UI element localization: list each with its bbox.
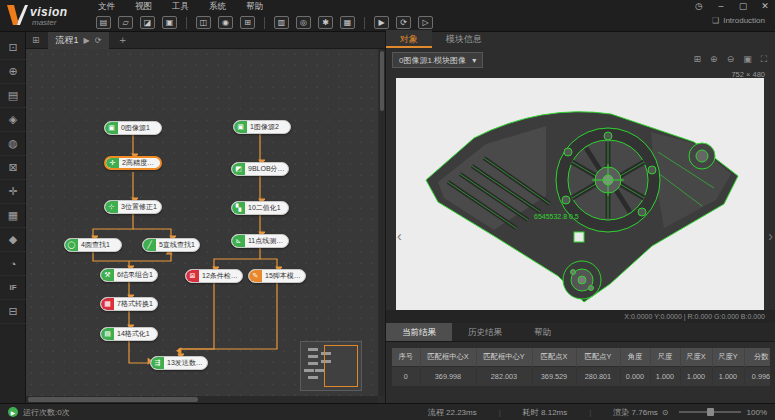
flow-node-n14[interactable]: ▤14格式化1: [100, 327, 158, 341]
flow-node-n6[interactable]: ⚒6结果组合1: [100, 268, 158, 282]
flow-node-n0[interactable]: ▣0图像源1: [104, 121, 162, 135]
metric-流程: 流程 22.23ms: [428, 408, 477, 417]
zoom-in-icon[interactable]: ⊕: [710, 54, 718, 65]
minimap-viewport[interactable]: [324, 345, 358, 387]
image-save-icon[interactable]: ▣: [162, 16, 177, 29]
deep-learning-icon[interactable]: ◍: [0, 132, 26, 156]
introduction-link[interactable]: ❏ Introduction: [712, 16, 765, 25]
node-label: 7格式转换1: [114, 299, 156, 309]
fullscreen-icon[interactable]: ⛶: [761, 54, 767, 65]
flow-node-n1[interactable]: ▣1图像源2: [233, 120, 291, 134]
color-processing-icon[interactable]: ◆: [0, 228, 26, 252]
node-label: 1图像源2: [247, 122, 282, 132]
viewer-tab[interactable]: 对象: [386, 30, 432, 48]
image-toolbar: ⊞⊕⊖▣⛶: [694, 54, 767, 65]
defect-detection-icon[interactable]: ◔: [0, 252, 26, 276]
zoom-out-icon[interactable]: ⊖: [727, 54, 735, 65]
flow-canvas[interactable]: ▣0图像源1✛2高精度匹配1⊹3位置修正1◯4圆查找1╱5直线查找1⚒6结果组合…: [26, 49, 378, 396]
flow-node-n15[interactable]: ✎15脚本模块1: [248, 269, 306, 283]
next-image-arrow[interactable]: ›: [768, 228, 773, 244]
export-icon[interactable]: ◪: [140, 16, 155, 29]
table-cell: 280.801: [576, 366, 620, 386]
node-label: 3位置修正1: [118, 202, 160, 212]
save-icon[interactable]: ▤: [96, 16, 111, 29]
prev-image-arrow[interactable]: ‹: [397, 228, 402, 244]
menu-item[interactable]: 工具: [170, 0, 191, 14]
flow-node-n3[interactable]: ⊹3位置修正1: [104, 200, 162, 214]
table-cell: 0.996: [744, 366, 770, 386]
canvas-zoom-slider[interactable]: [679, 411, 741, 413]
flow-node-n7[interactable]: ▦7格式转换1: [100, 297, 158, 311]
image-processing-icon[interactable]: ▦: [0, 204, 26, 228]
theme-icon[interactable]: ◷: [693, 1, 705, 11]
minimize-icon[interactable]: –: [715, 1, 727, 11]
flow-node-n4[interactable]: ◯4圆查找1: [64, 238, 122, 252]
image-viewport[interactable]: 6545532.8 0.5 ‹: [396, 78, 764, 310]
shortcut-icon[interactable]: ▦: [340, 16, 355, 29]
fit-window-icon[interactable]: ⊞: [694, 54, 702, 65]
acquisition-camera-icon[interactable]: ⊡: [0, 36, 26, 60]
node-icon: ◯: [65, 239, 78, 251]
table-cell: 0.000: [620, 366, 650, 386]
maximize-icon[interactable]: ▢: [737, 1, 749, 11]
folder-icon: ❏: [712, 16, 719, 25]
status-bar: ▶ 运行次数:0次 流程 22.23ms|耗时 8.12ms|渲染 7.76ms…: [0, 403, 775, 420]
table-cell: 1.000: [650, 366, 680, 386]
communication-icon[interactable]: ⊟: [0, 300, 26, 324]
one-to-one-icon[interactable]: ▣: [743, 54, 752, 65]
table-header: 角度: [620, 348, 650, 366]
run-continuous-icon[interactable]: ⟳: [396, 16, 411, 29]
step-run-icon[interactable]: ▷: [418, 16, 433, 29]
image-source-dropdown[interactable]: 0图像源1.模块图像 ▾: [392, 52, 483, 68]
flow-node-n11[interactable]: ⊾11点线测量1: [231, 234, 289, 248]
tag-icon[interactable]: ◎: [296, 16, 311, 29]
open-folder-icon[interactable]: ▱: [118, 16, 133, 29]
node-icon: ⊠: [186, 270, 199, 282]
global-settings-icon[interactable]: ✱: [318, 16, 333, 29]
node-label: 10二值化1: [245, 203, 284, 213]
location-icon[interactable]: ⊕: [0, 60, 26, 84]
flow-run-icon[interactable]: ▶: [84, 36, 90, 45]
flow-loop-icon[interactable]: ⟳: [95, 36, 102, 45]
logic-tool-icon[interactable]: IF: [0, 276, 26, 300]
recognition-icon[interactable]: ◈: [0, 108, 26, 132]
menu-item[interactable]: 文件: [96, 0, 117, 14]
menu-item[interactable]: 视图: [133, 0, 154, 14]
result-tab[interactable]: 历史结果: [452, 323, 518, 341]
node-icon: ◩: [232, 163, 245, 175]
flow-node-n5[interactable]: ╱5直线查找1: [142, 238, 200, 252]
flow-tab[interactable]: 流程1 ▶ ⟳: [48, 32, 110, 49]
viewer-tab[interactable]: 模块信息: [432, 30, 496, 48]
metric-separator: |: [499, 408, 501, 417]
app-logo: vision master: [6, 2, 84, 30]
node-icon: ⊹: [105, 201, 118, 213]
camera-icon[interactable]: ◉: [218, 16, 233, 29]
flow-list-icon[interactable]: ⊞: [32, 35, 40, 45]
scale-icon[interactable]: ⊞: [240, 16, 255, 29]
display-icon[interactable]: ▥: [274, 16, 289, 29]
result-tab[interactable]: 当前结果: [386, 323, 452, 341]
flow-node-n2[interactable]: ✛2高精度匹配1: [104, 156, 162, 170]
add-flow-button[interactable]: +: [119, 34, 125, 46]
result-tab[interactable]: 帮助: [518, 323, 567, 341]
flow-node-n13[interactable]: ⇶13发送数据1: [150, 356, 208, 370]
svg-text:6545532.8 0.5: 6545532.8 0.5: [534, 213, 579, 220]
flow-node-n9[interactable]: ◩9BLOB分析1: [231, 162, 289, 176]
run-once-icon[interactable]: ▶: [374, 16, 389, 29]
node-icon: ╱: [143, 239, 156, 251]
close-icon[interactable]: ✕: [759, 1, 771, 11]
brand-sub: master: [32, 18, 56, 27]
node-icon: ⊾: [232, 235, 245, 247]
table-row[interactable]: 0369.998282.003369.529280.8010.0001.0001…: [392, 366, 770, 386]
alignment-icon[interactable]: ✛: [0, 180, 26, 204]
table-header: 尺度Y: [712, 348, 744, 366]
flow-node-n10[interactable]: ▚10二值化1: [231, 201, 289, 215]
measurement-icon[interactable]: ▤: [0, 84, 26, 108]
calibration-icon[interactable]: ⊠: [0, 156, 26, 180]
flow-node-n12[interactable]: ⊠12条件检测1: [185, 269, 243, 283]
menu-item[interactable]: 帮助: [244, 0, 265, 14]
window-layout-icon[interactable]: ◫: [196, 16, 211, 29]
menu-item[interactable]: 系统: [207, 0, 228, 14]
flow-horizontal-scrollbar[interactable]: [26, 396, 378, 403]
flow-minimap[interactable]: [300, 341, 362, 391]
